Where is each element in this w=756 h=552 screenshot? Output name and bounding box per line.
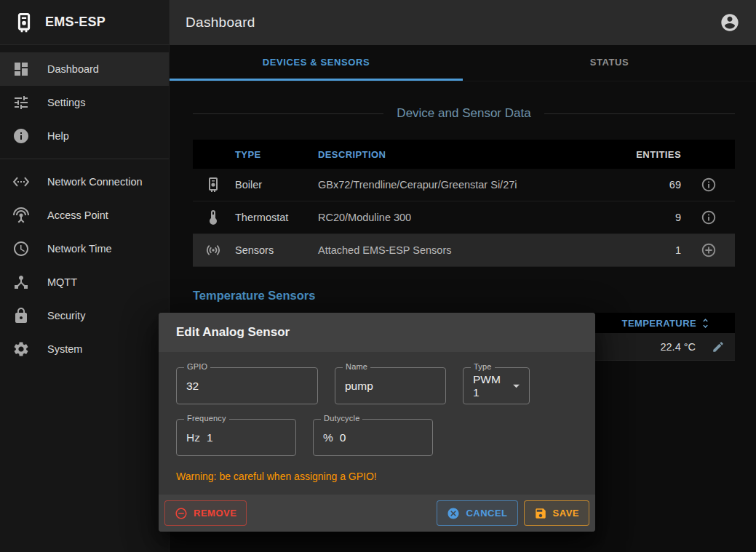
dialog-title: Edit Analog Sensor <box>159 313 595 352</box>
device-type: Thermostat <box>235 212 305 223</box>
sidebar-item-label: Settings <box>47 97 85 108</box>
edit-pencil-icon[interactable] <box>712 340 725 353</box>
table-row-thermostat[interactable]: Thermostat RC20/Moduline 300 9 <box>193 201 735 234</box>
app-title: EMS-ESP <box>45 15 106 30</box>
gpio-warning-text: Warning: be careful when assigning a GPI… <box>176 471 578 482</box>
sidebar-item-dashboard[interactable]: Dashboard <box>0 52 169 86</box>
name-input[interactable] <box>345 380 436 393</box>
device-description: RC20/Moduline 300 <box>318 212 621 223</box>
sidebar-item-mqtt[interactable]: MQTT <box>0 265 169 299</box>
frequency-field[interactable]: Frequency Hz <box>176 419 296 456</box>
ethernet-icon <box>12 173 30 191</box>
device-entities: 1 <box>634 244 681 256</box>
save-icon <box>534 507 547 520</box>
dutycycle-input[interactable] <box>340 431 423 444</box>
save-button[interactable]: SAVE <box>524 500 589 526</box>
sidebar-item-access-point[interactable]: Access Point <box>0 199 169 232</box>
sidebar-item-help[interactable]: Help <box>0 119 169 153</box>
remove-circle-icon <box>175 507 188 520</box>
hub-icon <box>12 273 30 291</box>
sidebar-item-system[interactable]: System <box>0 332 169 366</box>
page-title: Dashboard <box>186 15 255 31</box>
sidebar-item-label: Help <box>47 130 69 142</box>
tab-label: STATUS <box>590 57 629 68</box>
cancel-button-label: CANCEL <box>466 508 507 519</box>
remove-button[interactable]: REMOVE <box>164 500 247 526</box>
tab-label: DEVICES & SENSORS <box>263 57 370 68</box>
unfold-more-icon <box>699 317 712 329</box>
tab-status[interactable]: STATUS <box>463 45 756 81</box>
type-value: PWM 1 <box>473 373 509 399</box>
info-icon[interactable] <box>701 209 717 225</box>
edit-analog-sensor-dialog: Edit Analog Sensor GPIO Name Type PWM 1 … <box>159 313 595 532</box>
tab-devices-sensors[interactable]: DEVICES & SENSORS <box>170 45 463 81</box>
type-select[interactable]: Type PWM 1 <box>463 367 530 404</box>
add-circle-icon[interactable] <box>701 242 717 258</box>
dashboard-icon <box>12 60 30 78</box>
sidebar-nav: Dashboard Settings Help Network Connecti… <box>0 45 169 366</box>
sidebar-item-label: MQTT <box>47 276 77 288</box>
table-row-sensors[interactable]: Sensors Attached EMS-ESP Sensors 1 <box>193 234 735 267</box>
table-row-boiler[interactable]: Boiler GBx72/Trendline/Cerapur/Greenstar… <box>193 169 735 201</box>
device-entities: 69 <box>634 179 681 191</box>
save-button-label: SAVE <box>553 508 579 519</box>
antenna-icon <box>12 207 30 224</box>
dutycycle-unit: % <box>323 431 333 444</box>
section-title-text: Device and Sensor Data <box>397 106 530 121</box>
device-description: Attached EMS-ESP Sensors <box>318 244 621 256</box>
app-bar: Dashboard <box>170 0 756 45</box>
thermostat-icon <box>204 209 222 226</box>
dutycycle-label: Dutycycle <box>321 414 362 423</box>
device-table: TYPE DESCRIPTION ENTITIES Boiler GBx72/T… <box>193 140 735 267</box>
sidebar-item-network-time[interactable]: Network Time <box>0 232 169 265</box>
sidebar-item-label: Network Connection <box>47 176 143 188</box>
col-header-description: DESCRIPTION <box>318 149 621 160</box>
device-entities: 9 <box>634 212 681 223</box>
chevron-down-icon <box>509 378 524 394</box>
sidebar-item-network-connection[interactable]: Network Connection <box>0 165 169 199</box>
device-description: GBx72/Trendline/Cerapur/Greenstar Si/27i <box>318 179 621 191</box>
lock-icon <box>12 307 30 324</box>
account-circle-icon[interactable] <box>720 12 740 33</box>
tab-bar: DEVICES & SENSORS STATUS <box>170 45 756 81</box>
gear-icon <box>12 340 30 358</box>
clock-icon <box>12 240 30 257</box>
device-table-header: TYPE DESCRIPTION ENTITIES <box>193 140 735 169</box>
frequency-input[interactable] <box>207 431 286 444</box>
sidebar-item-settings[interactable]: Settings <box>0 86 169 119</box>
sidebar: EMS-ESP Dashboard Settings Help Networ <box>0 0 170 552</box>
emsesp-logo-icon <box>13 12 35 33</box>
sidebar-item-label: Dashboard <box>47 63 99 75</box>
cancel-button[interactable]: CANCEL <box>437 500 517 526</box>
temperature-sensors-title: Temperature Sensors <box>193 289 735 303</box>
temperature-header-label: TEMPERATURE <box>622 318 696 329</box>
frequency-label: Frequency <box>184 414 229 423</box>
col-header-entities: ENTITIES <box>634 149 681 160</box>
temperature-value: 22.4 °C <box>660 341 696 353</box>
col-header-type: TYPE <box>235 149 305 160</box>
name-label: Name <box>343 362 370 371</box>
section-title: Device and Sensor Data <box>193 106 735 121</box>
name-field[interactable]: Name <box>335 367 446 404</box>
sidebar-header: EMS-ESP <box>0 0 169 45</box>
info-icon <box>12 127 30 145</box>
boiler-icon <box>204 176 222 193</box>
cancel-circle-icon <box>447 507 460 520</box>
sidebar-item-security[interactable]: Security <box>0 299 169 332</box>
info-icon[interactable] <box>701 177 717 193</box>
sidebar-divider <box>0 159 169 159</box>
gpio-label: GPIO <box>184 362 210 371</box>
sidebar-item-label: System <box>47 343 82 355</box>
gpio-input[interactable] <box>186 380 308 393</box>
sidebar-item-label: Security <box>47 310 85 321</box>
dialog-body: GPIO Name Type PWM 1 Frequency Hz <box>159 352 595 482</box>
device-type: Boiler <box>235 179 305 191</box>
remove-button-label: REMOVE <box>194 508 236 519</box>
frequency-unit: Hz <box>186 431 200 444</box>
sidebar-item-label: Access Point <box>47 209 108 221</box>
dutycycle-field[interactable]: Dutycycle % <box>313 419 433 456</box>
gpio-field[interactable]: GPIO <box>176 367 318 404</box>
type-label: Type <box>471 362 495 371</box>
sensors-icon <box>204 241 222 259</box>
device-type: Sensors <box>235 244 305 256</box>
